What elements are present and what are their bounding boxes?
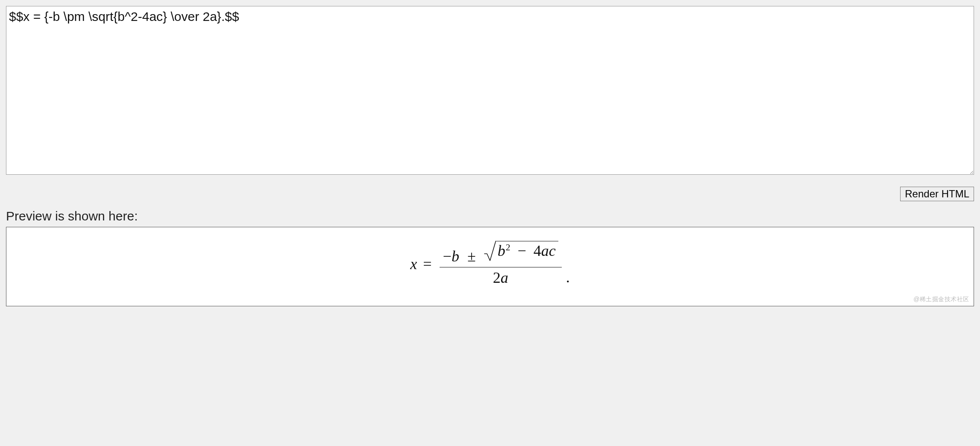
eq-fraction: −b ± b2 − 4ac 2a <box>440 240 562 288</box>
rendered-equation: x = −b ± b2 − 4ac <box>15 240 965 288</box>
eq-b2: b <box>498 242 505 259</box>
eq-fraction-bar <box>440 267 562 267</box>
radical-icon <box>484 241 496 261</box>
eq-minus: − <box>443 248 452 265</box>
eq-two: 2 <box>493 269 501 286</box>
eq-numerator: −b ± b2 − 4ac <box>440 240 562 266</box>
eq-radicand: b2 − 4ac <box>495 241 558 260</box>
eq-four: 4 <box>534 242 541 259</box>
eq-b: b <box>452 248 459 265</box>
eq-a2: a <box>501 269 508 286</box>
eq-pm: ± <box>467 248 476 265</box>
eq-sup2: 2 <box>506 242 511 252</box>
preview-label: Preview is shown here: <box>6 209 974 223</box>
eq-equals: = <box>423 255 431 273</box>
eq-lhs-x: x <box>410 255 417 273</box>
toolbar: Render HTML <box>6 187 974 201</box>
render-html-button[interactable]: Render HTML <box>900 187 974 201</box>
eq-c: c <box>549 242 556 259</box>
eq-a: a <box>541 242 549 259</box>
eq-sqrt: b2 − 4ac <box>484 241 558 261</box>
watermark: @稀土掘金技术社区 <box>913 296 969 303</box>
eq-denominator: 2a <box>490 268 512 288</box>
eq-minus2: − <box>517 242 526 259</box>
eq-period: . <box>566 268 570 286</box>
latex-source-input[interactable] <box>6 6 974 175</box>
preview-box: x = −b ± b2 − 4ac <box>6 227 974 306</box>
